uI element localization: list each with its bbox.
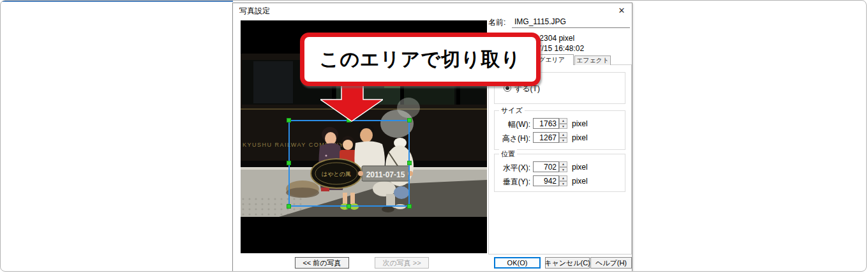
next-photo-button: 次の写真 >> bbox=[375, 257, 429, 269]
crop-handle-se[interactable] bbox=[407, 204, 412, 209]
crop-selection-box[interactable] bbox=[288, 120, 410, 207]
crop-handle-e[interactable] bbox=[407, 161, 412, 165]
width-spin-up-icon[interactable]: ▲ bbox=[559, 118, 567, 124]
ok-button[interactable]: OK(O) bbox=[494, 257, 541, 269]
vertical-input[interactable]: 942 bbox=[533, 175, 559, 186]
filename-value: IMG_1115.JPG bbox=[512, 17, 630, 28]
vertical-spin-up-icon[interactable]: ▲ bbox=[559, 175, 567, 181]
horizontal-stepper: ▲ ▼ bbox=[559, 161, 567, 172]
height-label: 高さ(H): bbox=[496, 133, 530, 144]
vertical-unit-label: pixel bbox=[572, 177, 588, 186]
crop-handle-ne[interactable] bbox=[407, 118, 412, 122]
top-accent-line bbox=[1, 1, 233, 2]
width-stepper: ▲ ▼ bbox=[559, 118, 567, 129]
vertical-stepper: ▲ ▼ bbox=[559, 175, 567, 186]
name-label: 名前: bbox=[488, 17, 505, 28]
height-spin-up-icon[interactable]: ▲ bbox=[559, 132, 567, 138]
width-input[interactable]: 1763 bbox=[533, 118, 559, 129]
tab-effect-label: エフェクト bbox=[576, 56, 609, 65]
size-group-label: サイズ bbox=[499, 106, 525, 115]
dialog-title: 写真設定 bbox=[239, 6, 270, 17]
horizontal-label: 水平(X): bbox=[496, 163, 530, 173]
height-unit-label: pixel bbox=[572, 133, 588, 142]
help-button[interactable]: ヘルプ(H) bbox=[590, 257, 632, 269]
width-unit-label: pixel bbox=[572, 119, 588, 128]
crop-handle-s[interactable] bbox=[347, 204, 351, 209]
height-input[interactable]: 1267 bbox=[533, 132, 559, 143]
close-icon[interactable]: ✕ bbox=[614, 4, 629, 16]
horizontal-spin-up-icon[interactable]: ▲ bbox=[559, 161, 567, 167]
height-spin-down-icon[interactable]: ▼ bbox=[559, 138, 567, 144]
crop-handle-nw[interactable] bbox=[287, 118, 291, 122]
crop-handle-sw[interactable] bbox=[287, 204, 291, 209]
width-label: 幅(W): bbox=[496, 119, 530, 130]
vertical-label: 垂直(Y): bbox=[496, 177, 530, 188]
cancel-button[interactable]: キャンセル(C) bbox=[545, 257, 590, 269]
horizontal-unit-label: pixel bbox=[572, 163, 588, 172]
vertical-spin-down-icon[interactable]: ▼ bbox=[559, 181, 567, 187]
radio-selected-dot bbox=[505, 86, 509, 90]
callout-text: このエリアで切り取り bbox=[320, 47, 521, 73]
position-group-label: 位置 bbox=[499, 149, 517, 159]
horizontal-spin-down-icon[interactable]: ▼ bbox=[559, 167, 567, 173]
width-spin-down-icon[interactable]: ▼ bbox=[559, 124, 567, 129]
screenshot-frame: 写真設定 ✕ bbox=[0, 0, 867, 272]
crop-handle-w[interactable] bbox=[287, 161, 291, 165]
crop-area-callout: このエリアで切り取り bbox=[300, 33, 541, 86]
photo-settings-dialog: 写真設定 ✕ bbox=[232, 3, 632, 272]
horizontal-input[interactable]: 702 bbox=[533, 161, 559, 172]
previous-photo-button[interactable]: << 前の写真 bbox=[295, 257, 349, 269]
tab-effect[interactable]: エフェクト bbox=[574, 55, 611, 65]
down-arrow-icon bbox=[320, 80, 383, 122]
height-stepper: ▲ ▼ bbox=[559, 132, 567, 143]
